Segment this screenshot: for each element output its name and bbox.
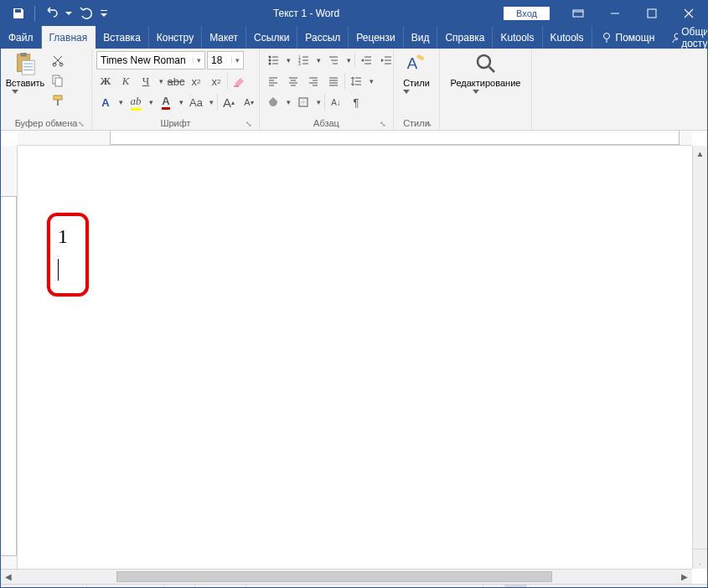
font-launcher-icon[interactable]: ⤡ <box>243 118 255 130</box>
status-spellcheck-icon[interactable] <box>164 585 195 588</box>
redo-icon[interactable] <box>75 3 97 23</box>
paste-button[interactable]: Вставить <box>5 51 45 115</box>
text-effects-icon[interactable]: A <box>96 93 115 111</box>
undo-dropdown-icon[interactable] <box>64 3 74 23</box>
change-case-dropdown-icon[interactable]: ▾ <box>207 93 215 111</box>
tab-help[interactable]: Справка <box>437 26 493 49</box>
decrease-indent-icon[interactable] <box>357 51 375 70</box>
tell-me[interactable]: Помощн <box>592 26 664 49</box>
qat-customize-icon[interactable] <box>99 3 109 23</box>
group-clipboard: Вставить Буфер обмена⤡ <box>1 49 92 130</box>
font-name-value: Times New Roman <box>97 54 193 66</box>
hscroll-thumb[interactable] <box>116 571 552 582</box>
cut-icon[interactable] <box>49 51 67 70</box>
line-spacing-icon[interactable] <box>347 72 365 90</box>
numbering-icon[interactable]: 123 <box>294 51 313 70</box>
styles-launcher-icon[interactable]: ⤡ <box>423 118 435 130</box>
format-painter-icon[interactable] <box>49 91 67 110</box>
text-effects-dropdown-icon[interactable]: ▾ <box>116 93 125 111</box>
tab-insert[interactable]: Вставка <box>96 26 149 49</box>
highlight-dropdown-icon[interactable]: ▾ <box>147 93 155 111</box>
strikethrough-button[interactable]: abc <box>167 72 185 90</box>
underline-button[interactable]: Ч <box>137 72 155 90</box>
chevron-down-icon[interactable]: ▾ <box>231 56 243 64</box>
italic-button[interactable]: К <box>116 72 135 90</box>
align-left-icon[interactable] <box>264 72 282 90</box>
editing-button[interactable]: Редактирование <box>444 51 527 115</box>
vertical-scrollbar[interactable]: ▲ ▼ <box>692 146 707 569</box>
scroll-up-icon[interactable]: ▲ <box>693 146 707 161</box>
shading-icon[interactable] <box>264 93 282 111</box>
maximize-icon[interactable] <box>633 1 670 26</box>
font-size-combo[interactable]: 18▾ <box>207 51 244 70</box>
font-color-icon[interactable]: A <box>157 93 175 111</box>
tab-design[interactable]: Констру <box>149 26 202 49</box>
group-clipboard-label: Буфер обмена <box>15 118 78 128</box>
save-icon[interactable] <box>8 3 29 23</box>
justify-icon[interactable] <box>324 72 343 90</box>
shrink-font-icon[interactable]: A▾ <box>240 93 258 111</box>
group-font-label: Шрифт <box>160 118 190 128</box>
vertical-ruler[interactable] <box>1 146 18 569</box>
tab-kutools[interactable]: Kutools <box>493 26 542 49</box>
tell-me-label: Помощн <box>616 32 655 44</box>
status-word-count[interactable]: Число слов: 1 <box>87 585 164 588</box>
paragraph-launcher-icon[interactable]: ⤡ <box>377 118 389 130</box>
page-viewport[interactable]: 1 <box>18 146 692 569</box>
multilevel-list-icon[interactable] <box>324 51 343 70</box>
increase-indent-icon[interactable] <box>377 51 395 70</box>
bullets-icon[interactable] <box>264 51 282 70</box>
svg-point-12 <box>269 56 271 59</box>
status-language[interactable]: русский <box>195 585 245 588</box>
subscript-button[interactable]: x2 <box>187 72 205 90</box>
quick-access-toolbar <box>1 3 109 23</box>
minimize-icon[interactable] <box>597 1 633 26</box>
font-name-combo[interactable]: Times New Roman▾ <box>96 51 205 70</box>
view-web-layout-icon[interactable] <box>526 585 548 588</box>
clear-formatting-icon[interactable] <box>230 72 248 90</box>
highlight-color-icon[interactable]: ab <box>127 93 145 111</box>
horizontal-ruler[interactable] <box>18 131 692 146</box>
tab-references[interactable]: Ссылки <box>246 26 297 49</box>
borders-dropdown-icon[interactable]: ▾ <box>314 93 323 111</box>
scroll-left-icon[interactable]: ◀ <box>1 570 16 584</box>
horizontal-scrollbar[interactable]: ◀ ▶ <box>1 569 692 584</box>
view-print-layout-icon[interactable] <box>504 585 526 588</box>
close-icon[interactable] <box>670 1 707 26</box>
copy-icon[interactable] <box>49 71 67 90</box>
chevron-down-icon[interactable]: ▾ <box>193 56 204 64</box>
tab-review[interactable]: Рецензи <box>349 26 403 49</box>
underline-dropdown-icon[interactable]: ▾ <box>157 72 165 90</box>
bold-button[interactable]: Ж <box>96 72 115 90</box>
status-page[interactable]: Страница 1 из 1 <box>1 585 87 588</box>
tab-view[interactable]: Вид <box>404 26 438 49</box>
tab-home[interactable]: Главная <box>42 26 96 49</box>
superscript-button[interactable]: x2 <box>207 72 225 90</box>
borders-icon[interactable] <box>294 93 313 111</box>
ribbon-display-options-icon[interactable] <box>560 1 597 26</box>
font-color-dropdown-icon[interactable]: ▾ <box>177 93 185 111</box>
align-center-icon[interactable] <box>284 72 302 90</box>
multilevel-dropdown-icon[interactable]: ▾ <box>344 51 353 70</box>
sort-icon[interactable]: A↓ <box>327 93 345 111</box>
tab-kutools-plus[interactable]: Kutools <box>543 26 592 49</box>
shading-dropdown-icon[interactable]: ▾ <box>284 93 292 111</box>
grow-font-icon[interactable]: A▴ <box>220 93 238 111</box>
styles-button[interactable]: A Стили <box>398 51 435 115</box>
document-page[interactable]: 1 <box>18 146 692 569</box>
line-spacing-dropdown-icon[interactable]: ▾ <box>367 72 375 90</box>
align-right-icon[interactable] <box>304 72 323 90</box>
show-marks-icon[interactable]: ¶ <box>347 93 365 111</box>
login-button[interactable]: Вход <box>504 7 550 20</box>
numbering-dropdown-icon[interactable]: ▾ <box>314 51 323 70</box>
tab-mailings[interactable]: Рассыл <box>297 26 349 49</box>
bullets-dropdown-icon[interactable]: ▾ <box>284 51 292 70</box>
view-read-mode-icon[interactable] <box>483 585 504 588</box>
undo-icon[interactable] <box>40 3 62 23</box>
tab-layout[interactable]: Макет <box>202 26 246 49</box>
share-button[interactable]: Общий доступ <box>663 26 708 49</box>
scroll-right-icon[interactable]: ▶ <box>677 570 692 584</box>
clipboard-launcher-icon[interactable]: ⤡ <box>75 118 87 130</box>
change-case-button[interactable]: Aa <box>187 93 205 111</box>
tab-file[interactable]: Файл <box>1 26 42 49</box>
